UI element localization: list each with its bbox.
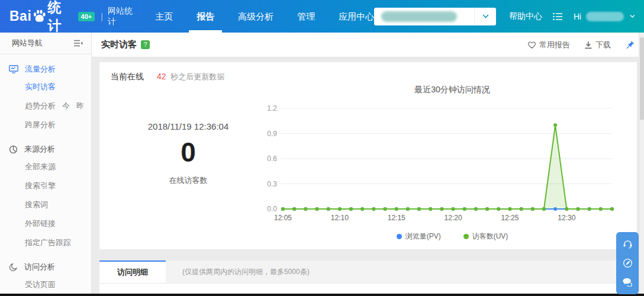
- top-header: Bai 统计 40+ | 网站统计 主页报告高级分析管理应用中心 帮助中心 Hi: [0, 0, 644, 33]
- window-edge: [0, 294, 644, 296]
- online-visitor-count-label: 在线访客数: [111, 175, 265, 186]
- sidebar-item-label: 趋势分析: [25, 101, 56, 110]
- sidebar-section[interactable]: 访问分析: [0, 256, 91, 275]
- chart-legend: 浏览量(PV)访客数(UV): [257, 231, 622, 242]
- help-badge-icon[interactable]: ?: [141, 40, 150, 49]
- current-online-row: 当前在线 42 秒之后更新数据: [111, 72, 224, 82]
- chart-title: 最近30分钟访问情况: [257, 85, 622, 99]
- download-icon: [584, 41, 593, 49]
- svg-text:12:20: 12:20: [445, 214, 462, 222]
- stat-timestamp: 2018/11/19 12:36:04: [111, 121, 265, 131]
- sidebar-item[interactable]: 全部来源: [0, 157, 91, 176]
- logo-text-bai: Bai: [9, 8, 31, 24]
- svg-text:0.9: 0.9: [267, 130, 277, 138]
- baidu-tongji-logo[interactable]: Bai 统计: [9, 0, 73, 35]
- site-selector[interactable]: [374, 8, 496, 25]
- sidebar-header: 网站导航: [0, 33, 91, 54]
- nav-item[interactable]: 主页: [155, 0, 173, 33]
- logo-divider: |: [101, 11, 103, 21]
- site-name-redacted: [381, 11, 457, 22]
- menu-icon[interactable]: [553, 12, 563, 21]
- nav-item[interactable]: 管理: [297, 0, 315, 33]
- heart-icon: [527, 41, 536, 49]
- collapse-sidebar-icon[interactable]: [73, 40, 83, 47]
- svg-text:12:10: 12:10: [331, 214, 349, 222]
- scrollbar[interactable]: [639, 33, 644, 294]
- main-content: 当前在线 42 秒之后更新数据 2018/11/19 12:36:04 0 在线…: [92, 57, 644, 294]
- sidebar-title: 网站导航: [12, 38, 43, 49]
- legend-item[interactable]: 浏览量(PV): [397, 231, 441, 242]
- chevron-down-icon: [482, 14, 489, 18]
- sidebar-item[interactable]: 趋势分析今昨: [0, 96, 91, 115]
- svg-text:0.0: 0.0: [267, 205, 277, 213]
- nav-item[interactable]: 高级分析: [238, 0, 273, 33]
- svg-text:0.6: 0.6: [267, 155, 277, 163]
- sidebar-item[interactable]: 实时访客: [0, 78, 91, 96]
- monitor-icon: [9, 65, 18, 73]
- visits-chart: 最近30分钟访问情况 0.00.30.60.91.212:0512:1012:1…: [257, 85, 622, 242]
- svg-text:1.2: 1.2: [267, 104, 277, 112]
- pin-icon[interactable]: [625, 40, 635, 50]
- current-online-label: 当前在线: [111, 72, 144, 81]
- legend-item[interactable]: 访客数(UV): [463, 231, 508, 242]
- screen: Bai 统计 40+ | 网站统计 主页报告高级分析管理应用中心 帮助中心 Hi…: [0, 0, 644, 296]
- favorite-report-label: 常用报告: [539, 40, 570, 50]
- baidu-paw-icon: [32, 9, 47, 24]
- edit-icon[interactable]: [619, 255, 636, 271]
- sidebar-item-label: 受访页面: [25, 280, 56, 289]
- user-menu-chevron[interactable]: [629, 14, 636, 18]
- sidebar-item[interactable]: 指定广告跟踪: [0, 233, 91, 252]
- sidebar-section[interactable]: 流量分析: [0, 59, 91, 78]
- tab-visit-detail[interactable]: 访问明细: [99, 260, 166, 283]
- sidebar-item-label: 实时访客: [25, 82, 56, 91]
- page-title: 实时访客: [101, 39, 137, 50]
- scrollbar-thumb[interactable]: [640, 37, 644, 120]
- nav-item[interactable]: 报告: [197, 0, 214, 33]
- sidebar-item-label: 指定广告跟踪: [25, 238, 71, 247]
- sidebar-item-label: 搜索词: [25, 200, 48, 209]
- logo-text-tongji: 统计: [47, 0, 73, 35]
- svg-text:12:30: 12:30: [558, 214, 575, 222]
- nav-item[interactable]: 应用中心: [339, 0, 374, 33]
- sidebar-item-label: 外部链接: [25, 219, 56, 228]
- online-visitors-stat: 2018/11/19 12:36:04 0 在线访客数: [111, 121, 265, 186]
- chat-icon[interactable]: [619, 274, 636, 290]
- download-label: 下载: [595, 40, 611, 50]
- svg-text:12:05: 12:05: [274, 214, 292, 222]
- version-badge: 40+: [78, 12, 95, 21]
- tab-bar: 访问明细 (仅提供两周内的访问明细，最多5000条): [99, 260, 637, 284]
- sidebar-item-quick-link[interactable]: 昨: [76, 101, 84, 110]
- sidebar-item-label: 跨屏分析: [25, 120, 56, 129]
- sidebar-item[interactable]: 外部链接: [0, 214, 91, 233]
- sidebar-item[interactable]: 搜索引擎: [0, 176, 91, 195]
- sidebar-item[interactable]: 搜索词: [0, 195, 91, 214]
- sidebar-section-label: 访问分析: [24, 262, 55, 272]
- visit-detail-table-area: [99, 284, 637, 294]
- header-actions: 常用报告 下载: [527, 40, 635, 50]
- legend-label: 浏览量(PV): [405, 231, 441, 242]
- visits-chart-svg: 0.00.30.60.91.212:0512:1012:1512:2012:25…: [257, 104, 622, 229]
- legend-dot: [397, 234, 402, 239]
- customer-service-icon[interactable]: [619, 236, 636, 252]
- visit-detail-section: 访问明细 (仅提供两周内的访问明细，最多5000条): [99, 260, 637, 294]
- legend-dot: [463, 234, 469, 239]
- refresh-countdown-value: 42: [157, 72, 166, 81]
- sidebar-item-label: 全部来源: [25, 162, 56, 171]
- sidebar-section[interactable]: 来源分析: [0, 139, 91, 157]
- sidebar-item[interactable]: 跨屏分析: [0, 115, 91, 134]
- download-button[interactable]: 下载: [584, 40, 611, 50]
- username-redacted: [586, 12, 624, 21]
- crescent-icon: [9, 263, 18, 272]
- sidebar-nav: 流量分析实时访客趋势分析今昨跨屏分析来源分析全部来源搜索引擎搜索词外部链接指定广…: [0, 59, 91, 294]
- svg-text:0.3: 0.3: [267, 180, 277, 188]
- favorite-report-button[interactable]: 常用报告: [527, 40, 570, 50]
- sidebar-section-label: 来源分析: [24, 144, 55, 155]
- legend-label: 访客数(UV): [472, 231, 508, 242]
- site-selector-chevron[interactable]: [474, 8, 496, 25]
- help-center-link[interactable]: 帮助中心: [509, 11, 542, 22]
- svg-text:12:25: 12:25: [501, 214, 519, 222]
- refresh-countdown-suffix: 秒之后更新数据: [170, 72, 224, 81]
- sidebar-item[interactable]: 受访页面: [0, 275, 91, 294]
- sidebar-item-quick-link[interactable]: 今: [62, 101, 70, 110]
- chevron-down-icon: [630, 15, 635, 18]
